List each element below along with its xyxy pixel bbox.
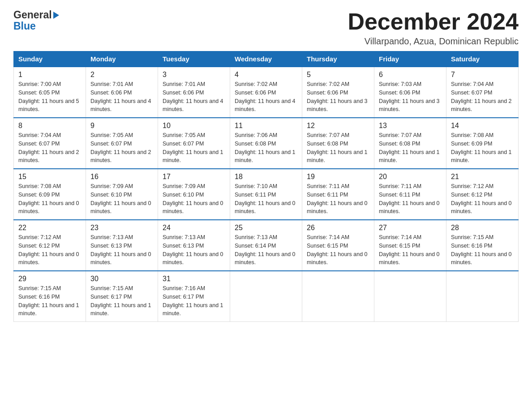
day-info: Sunrise: 7:13 AM Sunset: 6:13 PM Dayligh… — [90, 233, 153, 267]
day-info: Sunrise: 7:13 AM Sunset: 6:14 PM Dayligh… — [235, 233, 297, 267]
day-number: 23 — [90, 224, 153, 232]
day-info: Sunrise: 7:05 AM Sunset: 6:07 PM Dayligh… — [163, 131, 225, 165]
calendar-cell — [374, 271, 446, 322]
day-number: 22 — [18, 224, 81, 232]
calendar-cell: 15 Sunrise: 7:08 AM Sunset: 6:09 PM Dayl… — [14, 169, 86, 220]
logo-blue-text: Blue — [13, 20, 36, 32]
day-info: Sunrise: 7:15 AM Sunset: 6:16 PM Dayligh… — [451, 233, 514, 267]
calendar-cell — [302, 271, 374, 322]
day-number: 14 — [451, 122, 514, 130]
weekday-header-thursday: Thursday — [302, 51, 374, 67]
day-number: 25 — [235, 224, 297, 232]
header: General Blue December 2024 Villarpando, … — [13, 9, 519, 47]
day-info: Sunrise: 7:02 AM Sunset: 6:06 PM Dayligh… — [235, 80, 297, 114]
day-info: Sunrise: 7:14 AM Sunset: 6:15 PM Dayligh… — [307, 233, 369, 267]
title-area: December 2024 Villarpando, Azua, Dominic… — [348, 9, 519, 47]
day-info: Sunrise: 7:11 AM Sunset: 6:11 PM Dayligh… — [379, 182, 442, 216]
calendar-cell: 26 Sunrise: 7:14 AM Sunset: 6:15 PM Dayl… — [302, 220, 374, 271]
calendar-cell: 20 Sunrise: 7:11 AM Sunset: 6:11 PM Dayl… — [374, 169, 446, 220]
day-number: 13 — [379, 122, 442, 130]
calendar-cell: 7 Sunrise: 7:04 AM Sunset: 6:07 PM Dayli… — [446, 67, 519, 118]
day-number: 28 — [451, 224, 514, 232]
day-info: Sunrise: 7:01 AM Sunset: 6:06 PM Dayligh… — [90, 80, 153, 114]
calendar-cell: 16 Sunrise: 7:09 AM Sunset: 6:10 PM Dayl… — [86, 169, 158, 220]
day-info: Sunrise: 7:16 AM Sunset: 6:17 PM Dayligh… — [163, 284, 225, 318]
day-info: Sunrise: 7:12 AM Sunset: 6:12 PM Dayligh… — [18, 233, 81, 267]
day-info: Sunrise: 7:04 AM Sunset: 6:07 PM Dayligh… — [18, 131, 81, 165]
calendar-cell: 3 Sunrise: 7:01 AM Sunset: 6:06 PM Dayli… — [158, 67, 230, 118]
calendar-cell: 9 Sunrise: 7:05 AM Sunset: 6:07 PM Dayli… — [86, 118, 158, 169]
calendar-cell: 13 Sunrise: 7:07 AM Sunset: 6:08 PM Dayl… — [374, 118, 446, 169]
weekday-header-tuesday: Tuesday — [158, 51, 230, 67]
calendar-cell — [230, 271, 302, 322]
day-number: 5 — [307, 71, 369, 79]
day-number: 6 — [379, 71, 442, 79]
calendar-cell: 11 Sunrise: 7:06 AM Sunset: 6:08 PM Dayl… — [230, 118, 302, 169]
day-info: Sunrise: 7:00 AM Sunset: 6:05 PM Dayligh… — [18, 80, 81, 114]
week-row-4: 22 Sunrise: 7:12 AM Sunset: 6:12 PM Dayl… — [14, 220, 519, 271]
day-number: 31 — [163, 275, 225, 283]
day-info: Sunrise: 7:07 AM Sunset: 6:08 PM Dayligh… — [379, 131, 442, 165]
day-info: Sunrise: 7:06 AM Sunset: 6:08 PM Dayligh… — [235, 131, 297, 165]
day-info: Sunrise: 7:13 AM Sunset: 6:13 PM Dayligh… — [163, 233, 225, 267]
day-info: Sunrise: 7:04 AM Sunset: 6:07 PM Dayligh… — [451, 80, 514, 114]
day-number: 24 — [163, 224, 225, 232]
day-number: 21 — [451, 173, 514, 181]
logo-general-text: General — [13, 9, 52, 21]
day-info: Sunrise: 7:09 AM Sunset: 6:10 PM Dayligh… — [163, 182, 225, 216]
calendar-cell: 24 Sunrise: 7:13 AM Sunset: 6:13 PM Dayl… — [158, 220, 230, 271]
calendar-cell: 29 Sunrise: 7:15 AM Sunset: 6:16 PM Dayl… — [14, 271, 86, 322]
weekday-header-row: SundayMondayTuesdayWednesdayThursdayFrid… — [14, 51, 519, 67]
calendar-cell: 30 Sunrise: 7:15 AM Sunset: 6:17 PM Dayl… — [86, 271, 158, 322]
week-row-5: 29 Sunrise: 7:15 AM Sunset: 6:16 PM Dayl… — [14, 271, 519, 322]
week-row-1: 1 Sunrise: 7:00 AM Sunset: 6:05 PM Dayli… — [14, 67, 519, 118]
day-number: 3 — [163, 71, 225, 79]
day-info: Sunrise: 7:12 AM Sunset: 6:12 PM Dayligh… — [451, 182, 514, 216]
day-info: Sunrise: 7:08 AM Sunset: 6:09 PM Dayligh… — [18, 182, 81, 216]
day-number: 29 — [18, 275, 81, 283]
day-info: Sunrise: 7:11 AM Sunset: 6:11 PM Dayligh… — [307, 182, 369, 216]
day-info: Sunrise: 7:09 AM Sunset: 6:10 PM Dayligh… — [90, 182, 153, 216]
day-info: Sunrise: 7:15 AM Sunset: 6:16 PM Dayligh… — [18, 284, 81, 318]
calendar-cell: 31 Sunrise: 7:16 AM Sunset: 6:17 PM Dayl… — [158, 271, 230, 322]
day-number: 20 — [379, 173, 442, 181]
calendar-cell: 6 Sunrise: 7:03 AM Sunset: 6:06 PM Dayli… — [374, 67, 446, 118]
day-number: 15 — [18, 173, 81, 181]
calendar-cell — [446, 271, 519, 322]
day-number: 2 — [90, 71, 153, 79]
day-number: 1 — [18, 71, 81, 79]
calendar-cell: 12 Sunrise: 7:07 AM Sunset: 6:08 PM Dayl… — [302, 118, 374, 169]
day-info: Sunrise: 7:14 AM Sunset: 6:15 PM Dayligh… — [379, 233, 442, 267]
calendar-cell: 5 Sunrise: 7:02 AM Sunset: 6:06 PM Dayli… — [302, 67, 374, 118]
calendar-cell: 22 Sunrise: 7:12 AM Sunset: 6:12 PM Dayl… — [14, 220, 86, 271]
calendar-cell: 28 Sunrise: 7:15 AM Sunset: 6:16 PM Dayl… — [446, 220, 519, 271]
calendar-cell: 8 Sunrise: 7:04 AM Sunset: 6:07 PM Dayli… — [14, 118, 86, 169]
calendar-cell: 19 Sunrise: 7:11 AM Sunset: 6:11 PM Dayl… — [302, 169, 374, 220]
week-row-3: 15 Sunrise: 7:08 AM Sunset: 6:09 PM Dayl… — [14, 169, 519, 220]
calendar-cell: 27 Sunrise: 7:14 AM Sunset: 6:15 PM Dayl… — [374, 220, 446, 271]
calendar-cell: 18 Sunrise: 7:10 AM Sunset: 6:11 PM Dayl… — [230, 169, 302, 220]
day-number: 19 — [307, 173, 369, 181]
day-number: 18 — [235, 173, 297, 181]
calendar-cell: 1 Sunrise: 7:00 AM Sunset: 6:05 PM Dayli… — [14, 67, 86, 118]
calendar-cell: 4 Sunrise: 7:02 AM Sunset: 6:06 PM Dayli… — [230, 67, 302, 118]
weekday-header-sunday: Sunday — [14, 51, 86, 67]
logo-triangle-icon — [53, 12, 59, 19]
day-number: 7 — [451, 71, 514, 79]
day-info: Sunrise: 7:10 AM Sunset: 6:11 PM Dayligh… — [235, 182, 297, 216]
day-info: Sunrise: 7:15 AM Sunset: 6:17 PM Dayligh… — [90, 284, 153, 318]
day-number: 16 — [90, 173, 153, 181]
day-number: 8 — [18, 122, 81, 130]
calendar-cell: 23 Sunrise: 7:13 AM Sunset: 6:13 PM Dayl… — [86, 220, 158, 271]
day-number: 30 — [90, 275, 153, 283]
calendar-cell: 17 Sunrise: 7:09 AM Sunset: 6:10 PM Dayl… — [158, 169, 230, 220]
page-container: General Blue December 2024 Villarpando, … — [13, 9, 519, 322]
day-number: 11 — [235, 122, 297, 130]
day-info: Sunrise: 7:03 AM Sunset: 6:06 PM Dayligh… — [379, 80, 442, 114]
day-info: Sunrise: 7:02 AM Sunset: 6:06 PM Dayligh… — [307, 80, 369, 114]
day-number: 26 — [307, 224, 369, 232]
calendar-table: SundayMondayTuesdayWednesdayThursdayFrid… — [13, 51, 519, 322]
weekday-header-saturday: Saturday — [446, 51, 519, 67]
logo: General Blue — [13, 9, 59, 32]
day-number: 12 — [307, 122, 369, 130]
